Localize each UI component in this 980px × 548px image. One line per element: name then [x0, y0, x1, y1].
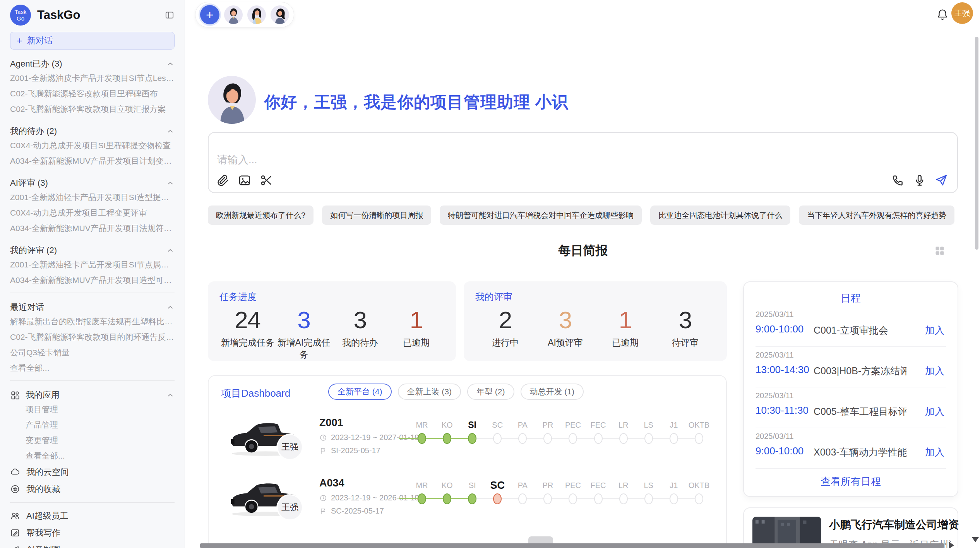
- dashboard-tab[interactable]: 全新平台 (4): [328, 384, 392, 400]
- milestone-track: MRKOSISCPAPRPECFECLRLSJ1OKTB: [410, 419, 711, 462]
- recent-chat-item[interactable]: 解释最新出台的欧盟报废车法规再生塑料比例被调至15%...: [10, 314, 175, 329]
- new-chat-button[interactable]: + 新对话: [10, 32, 175, 50]
- event-time: 9:00-10:00: [756, 323, 804, 335]
- event-join-link[interactable]: 加入: [925, 365, 944, 377]
- member-avatar[interactable]: [271, 5, 289, 24]
- chevron-up-icon[interactable]: [166, 391, 175, 399]
- mic-icon[interactable]: [913, 174, 926, 187]
- schedule-view-all-link[interactable]: 查看所有日程: [744, 475, 958, 488]
- event-time: 9:00-10:00: [756, 445, 804, 457]
- sidebar-item[interactable]: C02-飞腾新能源轻客改款项目立项汇报方案: [10, 101, 175, 117]
- milestone-label: FEC: [586, 419, 610, 431]
- event-join-link[interactable]: 加入: [925, 405, 944, 418]
- suggestion-chip[interactable]: 比亚迪全固态电池计划具体说了什么: [650, 206, 790, 225]
- milestone-dot: [695, 433, 703, 444]
- milestone-dot: [670, 493, 678, 504]
- milestone-node: MR: [410, 480, 434, 504]
- member-avatar[interactable]: [247, 5, 266, 24]
- milestone-node: SC: [485, 419, 509, 444]
- bell-icon[interactable]: [936, 8, 949, 21]
- horizontal-scrollbar-thumb[interactable]: [200, 543, 944, 548]
- sidebar-item[interactable]: Z001-全新燃油轻卡产品开发项目SI造型提交物评审: [10, 190, 175, 205]
- milestone-label: PA: [511, 480, 535, 491]
- scroll-down-arrow-icon[interactable]: [972, 537, 979, 542]
- message-input[interactable]: 请输入...: [208, 132, 958, 193]
- recent-view-all-link[interactable]: 查看全部...: [10, 360, 175, 376]
- suggestion-chip[interactable]: 如何写一份清晰的项目周报: [322, 206, 431, 225]
- milestone-dot: [569, 493, 577, 504]
- milestone-node: FEC: [586, 480, 610, 504]
- user-avatar[interactable]: 王强: [951, 2, 973, 24]
- milestone-track: MRKOSISCPAPRPECFECLRLSJ1OKTB: [410, 480, 711, 522]
- chevron-up-icon[interactable]: [166, 246, 175, 255]
- scroll-right-arrow-icon[interactable]: [949, 542, 954, 548]
- app-item[interactable]: 产品管理: [10, 417, 175, 433]
- suggestion-chip[interactable]: 欧洲新规最近颁布了什么?: [208, 206, 314, 225]
- milestone-dot: [644, 433, 653, 444]
- milestone-label: OKTB: [687, 480, 711, 491]
- dashboard-tab[interactable]: 动总开发 (1): [521, 384, 584, 400]
- app-item[interactable]: 项目管理: [10, 402, 175, 417]
- scissors-icon[interactable]: [260, 174, 273, 187]
- sidebar-item[interactable]: C0X4-动力总成开发项目SI里程碑提交物检查: [10, 138, 175, 153]
- project-flag: SC-2025-05-17: [319, 507, 384, 515]
- dashboard-tab[interactable]: 年型 (2): [467, 384, 514, 400]
- sidebar-item[interactable]: A034-全新新能源MUV产品开发项目法规符合性评审: [10, 221, 175, 236]
- clock-icon: [319, 434, 327, 442]
- sidebar-tool[interactable]: AI超级员工: [10, 507, 175, 524]
- event-date: 2025/03/11: [756, 432, 794, 441]
- sidebar-body: Agent已办 (3)Z001-全新燃油皮卡产品开发项目SI节点Lesson L…: [10, 57, 175, 548]
- brief-grid-icon[interactable]: [934, 245, 945, 256]
- dashboard-tab[interactable]: 全新上装 (3): [398, 384, 461, 400]
- add-member-button[interactable]: +: [200, 5, 219, 24]
- send-icon[interactable]: [935, 174, 948, 187]
- stat-label: 新增AI完成任务: [276, 337, 332, 361]
- suggestion-chip[interactable]: 当下年轻人对汽车外观有怎样的喜好趋势: [799, 206, 954, 225]
- recent-chat-item[interactable]: C02-飞腾新能源轻客改款项目的闭环通告反馈情况: [10, 329, 175, 345]
- schedule-events: 2025/03/119:00-10:00C001-立项审批会加入2025/03/…: [744, 306, 958, 469]
- apps-view-all-link[interactable]: 查看全部...: [10, 448, 175, 464]
- sidebar-shortcut[interactable]: 我的收藏: [10, 481, 175, 498]
- image-icon[interactable]: [238, 174, 251, 187]
- milestone-node: PR: [536, 419, 560, 444]
- milestone-dot: [518, 433, 527, 444]
- milestone-dot: [695, 493, 703, 504]
- chevron-up-icon[interactable]: [166, 60, 175, 68]
- milestone-label: J1: [662, 480, 686, 491]
- news-card[interactable]: 小鹏飞行汽车制造公司增资 天眼查 App 显示，近日广州汇天飞行汽...: [743, 507, 958, 548]
- sidebar-item[interactable]: C0X4-动力总成开发项目工程变更评审: [10, 205, 175, 221]
- panel-collapse-icon[interactable]: [164, 10, 175, 20]
- chevron-up-icon[interactable]: [166, 303, 175, 312]
- sidebar-tool[interactable]: 创意制图: [10, 541, 175, 548]
- event-date: 2025/03/11: [756, 351, 794, 360]
- recent-chat-item[interactable]: 公司Q3轻卡销量: [10, 345, 175, 360]
- stat-value: 2: [475, 306, 535, 334]
- stat-value: 3: [276, 306, 332, 334]
- member-avatar[interactable]: [224, 5, 243, 24]
- plus-icon: +: [17, 36, 22, 46]
- chevron-up-icon[interactable]: [166, 179, 175, 187]
- paperclip-icon[interactable]: [216, 174, 230, 187]
- milestone-node: LR: [612, 480, 636, 504]
- sidebar-tool[interactable]: 帮我写作: [10, 524, 175, 541]
- chevron-up-icon[interactable]: [166, 127, 175, 135]
- stat-value: 3: [332, 306, 388, 334]
- sidebar-section-label: 我的应用: [26, 389, 60, 401]
- phone-icon[interactable]: [891, 174, 905, 187]
- suggestion-chip[interactable]: 特朗普可能对进口汽车增税会对中国车企造成哪些影响: [440, 206, 642, 225]
- stat: 1已逾期: [595, 306, 655, 349]
- sidebar-item[interactable]: A034-全新新能源MUV产品开发项目造型可行性评审: [10, 272, 175, 288]
- app-item[interactable]: 变更管理: [10, 433, 175, 448]
- sidebar-item[interactable]: Z001-全新燃油轻卡产品开发项目SI节点属性5D文件评审: [10, 257, 175, 272]
- stat: 1已逾期: [388, 306, 444, 361]
- vertical-scrollbar-thumb[interactable]: [975, 37, 978, 250]
- milestone-dot: [594, 493, 603, 504]
- event-join-link[interactable]: 加入: [925, 324, 944, 337]
- sidebar-item[interactable]: Z001-全新燃油皮卡产品开发项目SI节点Lesson Learn报告: [10, 70, 175, 86]
- cloud-icon: [10, 467, 20, 477]
- event-join-link[interactable]: 加入: [925, 446, 944, 459]
- milestone-label: PR: [536, 480, 560, 491]
- sidebar-item[interactable]: A034-全新新能源MUV产品开发项目计划变更表编写: [10, 153, 175, 169]
- sidebar-shortcut[interactable]: 我的云空间: [10, 464, 175, 481]
- sidebar-item[interactable]: C02-飞腾新能源轻客改款项目里程碑画布: [10, 86, 175, 101]
